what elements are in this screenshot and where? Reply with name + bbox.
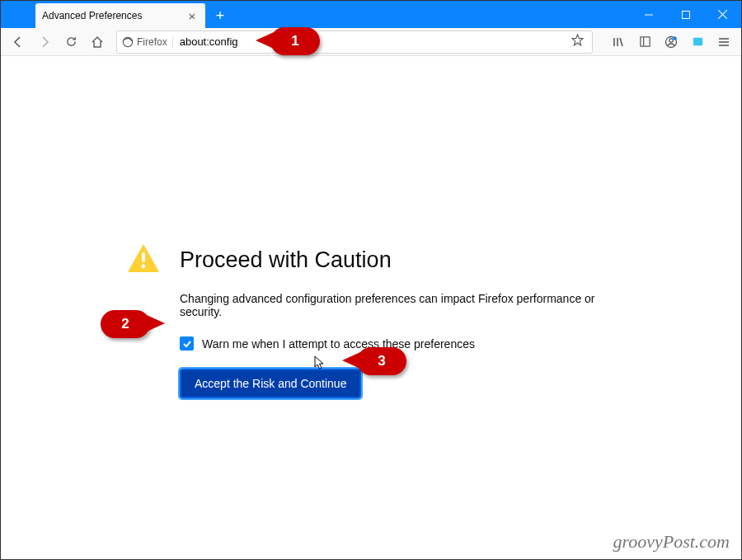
page-content: Proceed with Caution Changing advanced c… [2,57,740,558]
warn-checkbox-label: Warn me when I attempt to access these p… [202,337,475,351]
svg-rect-8 [640,37,649,46]
close-window-button[interactable] [704,1,741,28]
url-input[interactable] [173,35,568,48]
warn-checkbox-row[interactable]: Warn me when I attempt to access these p… [180,336,638,351]
browser-tab[interactable]: Advanced Preferences × [35,3,205,28]
annotation-callout-2: 2 [101,310,150,338]
annotation-callout-3: 3 [357,347,406,375]
svg-rect-1 [682,11,689,18]
menu-button[interactable] [711,31,736,54]
reload-button[interactable] [59,31,83,54]
tab-title: Advanced Preferences [42,10,186,21]
bookmark-star-icon[interactable] [568,34,587,49]
warning-description: Changing advanced configuration preferen… [180,292,638,318]
svg-point-12 [673,36,677,40]
new-tab-button[interactable]: + [209,4,232,27]
warning-icon [127,242,160,277]
identity-label: Firefox [137,36,167,48]
cursor-icon [314,355,326,374]
maximize-button[interactable] [667,1,704,28]
extension-button[interactable] [685,31,710,54]
minimize-button[interactable] [630,1,667,28]
library-button[interactable] [606,31,631,54]
svg-point-11 [669,38,673,41]
svg-rect-13 [693,38,702,45]
identity-box[interactable]: Firefox [122,36,173,48]
firefox-icon [122,36,134,48]
accept-risk-button[interactable]: Accept the Risk and Continue [180,369,361,398]
svg-rect-17 [142,252,145,262]
sidebar-button[interactable] [632,31,657,54]
window-titlebar: Advanced Preferences × + [1,1,741,28]
svg-point-18 [142,265,146,269]
warn-checkbox[interactable] [180,336,194,351]
address-bar[interactable]: Firefox [116,31,593,54]
window-controls [630,1,741,28]
account-button[interactable] [659,31,683,54]
browser-toolbar: Firefox [1,28,741,56]
close-tab-icon[interactable]: × [186,9,199,22]
back-button[interactable] [6,31,31,54]
annotation-callout-1: 1 [270,27,320,55]
watermark: groovyPost.com [613,531,730,553]
page-heading: Proceed with Caution [180,247,392,273]
home-button[interactable] [85,31,110,54]
forward-button[interactable] [32,31,57,54]
svg-line-7 [620,38,622,46]
